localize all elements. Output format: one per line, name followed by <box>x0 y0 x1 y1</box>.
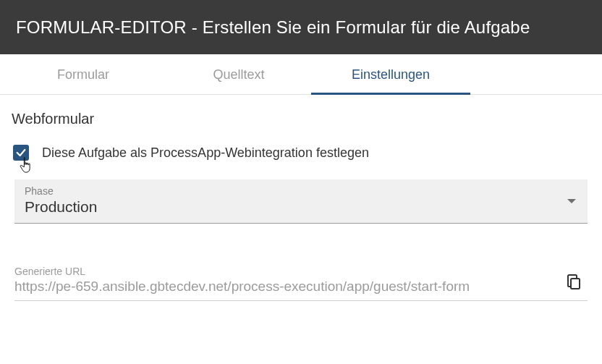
checkbox-row-webintegration: Diese Aufgabe als ProcessApp-Webintegrat… <box>12 145 590 161</box>
url-field: Generierte URL https://pe-659.ansible.gb… <box>14 263 588 301</box>
copy-url-button[interactable] <box>563 271 585 292</box>
checkmark-icon <box>15 147 27 158</box>
header: FORMULAR-EDITOR - Erstellen Sie ein Form… <box>0 0 602 54</box>
url-value: https://pe-659.ansible.gbtecdev.net/proc… <box>14 279 550 295</box>
svg-rect-0 <box>571 279 580 289</box>
select-phase[interactable]: Phase Production <box>14 179 588 224</box>
url-label: Generierte URL <box>14 266 550 277</box>
checkbox-label-webintegration: Diese Aufgabe als ProcessApp-Webintegrat… <box>42 145 369 161</box>
copy-icon <box>565 273 582 290</box>
tab-einstellungen[interactable]: Einstellungen <box>311 54 470 94</box>
select-phase-label: Phase <box>25 185 577 197</box>
content: Webformular Diese Aufgabe als ProcessApp… <box>0 95 602 301</box>
tabs: Formular Quelltext Einstellungen <box>0 54 602 95</box>
section-title-webformular: Webformular <box>12 111 590 127</box>
page-title: FORMULAR-EDITOR - Erstellen Sie ein Form… <box>16 17 530 38</box>
tab-quelltext[interactable]: Quelltext <box>166 54 311 94</box>
select-phase-value: Production <box>25 198 97 215</box>
checkbox-webintegration[interactable] <box>13 145 29 161</box>
tab-formular[interactable]: Formular <box>0 54 166 94</box>
chevron-down-icon <box>567 199 576 203</box>
